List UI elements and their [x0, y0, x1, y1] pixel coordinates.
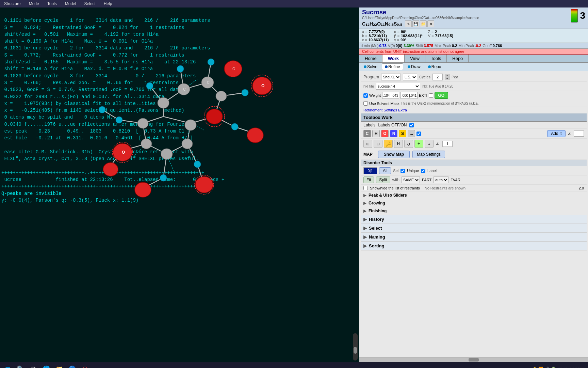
disorder-input[interactable]	[363, 167, 377, 174]
settings-icon[interactable]: ⚙	[427, 20, 434, 27]
restraints-checkbox[interactable]	[363, 186, 368, 190]
explorer-button[interactable]: 📁	[53, 364, 65, 368]
cycles-input[interactable]	[432, 74, 443, 80]
atom-s-btn[interactable]: S	[399, 130, 406, 137]
map-settings-button[interactable]: Map Settings	[412, 151, 445, 158]
sel-label: Sel	[393, 169, 398, 173]
tab-work[interactable]: Work	[382, 55, 405, 62]
disorder-row-1: All Sel Unique Label	[361, 166, 587, 175]
cycles-up[interactable]: ▲	[445, 74, 450, 77]
same-select[interactable]: SAME	[402, 177, 420, 183]
naming-label: Naming	[369, 234, 385, 240]
weight-input-1[interactable]	[382, 92, 399, 99]
tool-icon-2[interactable]: ⊟	[374, 140, 382, 148]
tab-home[interactable]: Home	[359, 55, 382, 62]
taskbar: ⊞ 🔍 ⧉ 🌐 📁 🔵 ⬡ 🔔 📶 🔊 🔋 22:13 8/8/2024	[0, 362, 588, 368]
taskbar-date: 8/8/2024	[569, 367, 584, 368]
menu-mode[interactable]: Mode	[28, 1, 40, 7]
toolbox-work-header: Toolbox Work	[361, 113, 587, 122]
folder-icon[interactable]: 📁	[420, 20, 427, 27]
taskbar-time: 22:13	[558, 367, 568, 368]
content-area: Program ShelXL L.S. Cycles ▲ ▼ Pea	[359, 71, 588, 357]
atom-h-btn[interactable]: H	[372, 130, 380, 137]
sel-checkbox[interactable]	[401, 169, 405, 173]
tool-icon-4[interactable]: H	[394, 140, 403, 148]
menu-model[interactable]: Model	[64, 1, 78, 7]
select-section[interactable]: ▶ Select	[361, 224, 587, 233]
hkl-select[interactable]: sucrose.hkl	[376, 83, 420, 90]
unique-checkbox[interactable]	[421, 169, 425, 173]
atom-n-btn[interactable]: N	[390, 130, 397, 137]
z-input[interactable]: 1	[574, 131, 584, 137]
edit-formula-icon[interactable]: ✎	[405, 20, 412, 27]
restraints-value: 2.0	[579, 186, 584, 190]
menu-select[interactable]: Select	[83, 1, 97, 7]
olex2-button[interactable]: ⬡	[79, 364, 91, 368]
save-icon[interactable]: 💾	[412, 20, 419, 27]
subtab-repo[interactable]: Repo	[425, 63, 444, 70]
history-section[interactable]: ▶ History	[361, 215, 587, 224]
param-v: 717.63(15)	[435, 34, 453, 38]
solvent-mask-checkbox[interactable]	[363, 101, 368, 106]
split-button[interactable]: Split	[376, 177, 390, 183]
subtab-solve[interactable]: Solve	[361, 63, 380, 70]
z-input-2[interactable]	[442, 141, 453, 147]
fit-button[interactable]: Fit	[363, 177, 374, 183]
cycles-down[interactable]: ▼	[445, 77, 450, 80]
tool-icon-7[interactable]: ✦	[425, 140, 434, 148]
program-select[interactable]: ShelXL	[381, 74, 401, 80]
z-label: Z=	[568, 131, 573, 136]
terminal-output: 0.1101 before cycle 1 for 3314 data and …	[0, 7, 359, 362]
param-gamma: 90°	[401, 38, 406, 42]
tool-icon-3[interactable]: 🔑	[384, 140, 393, 148]
chrome-button[interactable]: 🔵	[66, 364, 78, 368]
go-button[interactable]: GO	[435, 92, 448, 99]
exti-checkbox[interactable]	[429, 93, 433, 98]
tab-tools[interactable]: Tools	[425, 55, 447, 62]
show-map-button[interactable]: Show Map	[378, 151, 410, 158]
param-b: 8.7216(11)	[369, 34, 387, 38]
tab-repo[interactable]: Repo	[447, 55, 469, 62]
search-button[interactable]: 🔍	[14, 364, 27, 368]
param-c: 10.8637(11)	[369, 38, 389, 42]
edge-button[interactable]: 🌐	[40, 364, 52, 368]
weight-row: Weight EXTI GO	[361, 91, 587, 100]
refinement-settings-link[interactable]: Refinement Settings Extra	[361, 107, 587, 113]
add-it-button[interactable]: Add It	[547, 130, 565, 137]
ls-select[interactable]: L.S.	[403, 74, 417, 80]
subtab-refine[interactable]: Refine	[382, 63, 403, 70]
tab-view[interactable]: View	[405, 55, 425, 62]
peak-sliders-section[interactable]: ▶ Peak & Uiso Sliders	[361, 191, 587, 199]
subtab-draw[interactable]: Draw	[405, 63, 424, 70]
taskbar-icons-right: 🔔 📶 🔊 🔋	[532, 367, 556, 368]
disorder-tools-header[interactable]: Disorder Tools	[361, 160, 587, 166]
stat-shift: 3.575	[424, 44, 434, 48]
weight-checkbox[interactable]	[363, 93, 368, 98]
stat-vol: 0(0)	[396, 44, 403, 48]
tool-icon-6[interactable]: +	[414, 140, 423, 148]
sorting-section[interactable]: ▶ Sorting	[361, 242, 587, 250]
part-select[interactable]: auto	[434, 177, 448, 183]
start-button[interactable]: ⊞	[1, 364, 14, 368]
menu-help[interactable]: Help	[102, 1, 114, 7]
atom-more-btn[interactable]: ...	[408, 130, 415, 137]
horizontal-scrollbar[interactable]	[359, 357, 588, 362]
finishing-section[interactable]: ▶ Finishing	[361, 207, 587, 215]
weight-input-2[interactable]	[401, 92, 418, 99]
cycles-label: Cycles	[419, 75, 430, 79]
tool-icon-5[interactable]: ↺	[404, 140, 413, 148]
taskview-button[interactable]: ⧉	[27, 364, 39, 368]
menu-structure[interactable]: Structure	[3, 1, 22, 7]
menu-tools[interactable]: Tools	[46, 1, 58, 7]
qpeaks-invisible: Q-peaks are invisible	[1, 191, 61, 196]
growing-section[interactable]: ▶ Growing	[361, 199, 587, 207]
tool-icon-1[interactable]: ⊞	[363, 140, 372, 148]
atom-c-btn[interactable]: C	[363, 130, 371, 137]
atom-select-checkbox[interactable]	[416, 132, 421, 136]
naming-section[interactable]: ▶ Naming	[361, 233, 587, 242]
history-label: History	[369, 217, 384, 222]
labels-checkbox[interactable]	[409, 123, 414, 127]
z-label-2: Z=	[436, 141, 441, 146]
atom-o-btn[interactable]: O	[381, 130, 389, 137]
all-button[interactable]: All	[379, 167, 391, 174]
